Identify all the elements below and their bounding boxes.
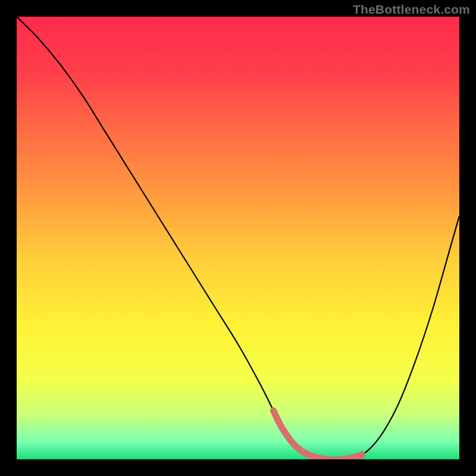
curve-layer [17, 17, 459, 459]
optimal-range-highlight [274, 411, 362, 459]
optimal-range-endpoint [358, 452, 365, 459]
bottleneck-curve [17, 17, 459, 459]
chart-frame: TheBottleneck.com [0, 0, 476, 476]
watermark-text: TheBottleneck.com [353, 2, 470, 17]
plot-area [17, 17, 459, 459]
